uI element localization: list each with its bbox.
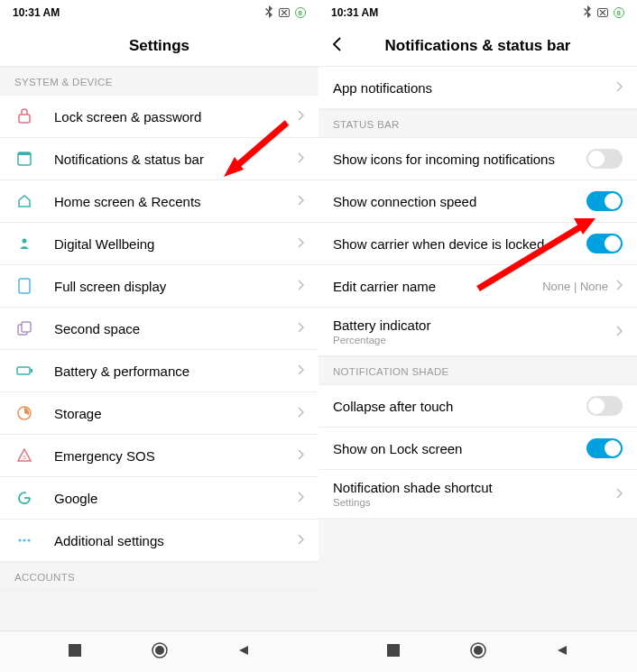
row-label: Storage (54, 406, 297, 421)
svg-rect-7 (17, 367, 30, 374)
nav-recents[interactable] (69, 644, 81, 660)
row-label: Lock screen & password (54, 109, 297, 124)
toggle-collapse-touch[interactable] (586, 396, 623, 416)
section-system-device: SYSTEM & DEVICE (0, 67, 318, 96)
chevron-right-icon (297, 532, 304, 548)
navbar (318, 631, 637, 672)
svg-point-3 (23, 239, 27, 244)
section-status-bar: STATUS BAR (318, 109, 637, 138)
fullscreen-icon (14, 278, 34, 294)
row-notifications-statusbar[interactable]: Notifications & status bar (0, 138, 318, 180)
svg-text:S: S (23, 455, 26, 460)
row-sublabel: Percentage (333, 335, 615, 345)
home-icon (14, 194, 34, 208)
toggle-connection-speed[interactable] (586, 191, 623, 211)
back-button[interactable] (331, 36, 342, 56)
no-sim-icon (279, 8, 290, 17)
more-icon (14, 538, 34, 543)
battery-icon: 8 (614, 7, 624, 18)
lock-icon (14, 108, 34, 124)
toggle-carrier-locked[interactable] (586, 234, 623, 253)
row-label: Full screen display (54, 279, 297, 294)
row-app-notifications[interactable]: App notifications (318, 67, 637, 109)
row-home-screen[interactable]: Home screen & Recents (0, 180, 318, 223)
chevron-right-icon (297, 320, 304, 336)
svg-point-19 (474, 646, 483, 655)
row-label: Collapse after touch (333, 399, 586, 414)
row-edit-carrier[interactable]: Edit carrier name None | None (318, 265, 637, 308)
toggle-show-incoming[interactable] (586, 149, 623, 169)
svg-rect-4 (19, 279, 30, 293)
nav-back[interactable] (237, 644, 250, 660)
svg-point-12 (23, 539, 26, 542)
nav-home[interactable] (151, 641, 169, 663)
svg-rect-14 (69, 644, 81, 657)
section-notification-shade: NOTIFICATION SHADE (318, 356, 637, 385)
chevron-right-icon (615, 278, 623, 294)
row-label: Battery indicator (333, 318, 615, 333)
svg-point-11 (19, 539, 22, 542)
wellbeing-icon (14, 236, 34, 251)
row-label: Notification shade shortcut (333, 480, 615, 495)
page-title: Notifications & status bar (385, 37, 571, 55)
notifications-screen: 10:31 AM 8 Notifications & status bar Ap… (318, 0, 637, 672)
page-title: Settings (129, 37, 189, 55)
row-label: Digital Wellbeing (54, 236, 297, 252)
row-google[interactable]: Google (0, 477, 318, 520)
row-label: App notifications (333, 80, 615, 96)
row-shade-shortcut[interactable]: Notification shade shortcut Settings (318, 470, 637, 519)
emergency-icon: S (14, 448, 34, 463)
chevron-right-icon (615, 324, 623, 340)
row-label: Additional settings (54, 533, 297, 548)
section-accounts: ACCOUNTS (0, 562, 318, 591)
chevron-right-icon (297, 151, 304, 167)
chevron-right-icon (297, 278, 304, 294)
row-collapse-touch[interactable]: Collapse after touch (318, 385, 637, 428)
notifications-content[interactable]: App notifications STATUS BAR Show icons … (318, 67, 637, 631)
nav-home[interactable] (469, 641, 487, 663)
row-show-incoming-icons[interactable]: Show icons for incoming notifications (318, 138, 637, 180)
row-label: Show on Lock screen (333, 441, 586, 456)
svg-point-13 (28, 539, 31, 542)
chevron-right-icon (297, 363, 304, 379)
row-label: Second space (54, 321, 297, 336)
chevron-right-icon (297, 108, 304, 124)
chevron-right-icon (297, 193, 304, 209)
header: Settings (0, 25, 318, 67)
notification-bar-icon (14, 152, 34, 166)
row-second-space[interactable]: Second space (0, 308, 318, 350)
settings-content[interactable]: SYSTEM & DEVICE Lock screen & password N… (0, 67, 318, 631)
row-digital-wellbeing[interactable]: Digital Wellbeing (0, 223, 318, 265)
row-value: None | None (542, 280, 608, 293)
google-icon (14, 491, 34, 505)
no-sim-icon (597, 8, 608, 17)
row-label: Show connection speed (333, 194, 586, 209)
toggle-show-lock[interactable] (586, 438, 623, 458)
row-full-screen[interactable]: Full screen display (0, 265, 318, 308)
statusbar: 10:31 AM 8 (318, 0, 637, 25)
status-icons: 8 (583, 5, 624, 21)
row-label: Battery & performance (54, 364, 297, 379)
row-additional-settings[interactable]: Additional settings (0, 520, 318, 562)
chevron-right-icon (297, 447, 304, 464)
row-show-lock-screen[interactable]: Show on Lock screen (318, 428, 637, 470)
status-time: 10:31 AM (331, 6, 378, 19)
nav-recents[interactable] (387, 644, 400, 660)
row-label: Edit carrier name (333, 279, 542, 294)
bluetooth-icon (583, 5, 592, 21)
row-lock-screen[interactable]: Lock screen & password (0, 96, 318, 138)
nav-back[interactable] (556, 644, 568, 660)
row-emergency-sos[interactable]: S Emergency SOS (0, 435, 318, 477)
row-show-carrier-locked[interactable]: Show carrier when device is locked (318, 223, 637, 265)
chevron-right-icon (297, 235, 304, 252)
row-battery[interactable]: Battery & performance (0, 350, 318, 392)
svg-rect-6 (22, 322, 31, 332)
battery-icon (14, 365, 34, 376)
row-battery-indicator[interactable]: Battery indicator Percentage (318, 308, 637, 356)
row-show-connection-speed[interactable]: Show connection speed (318, 180, 637, 223)
status-icons: 8 (264, 5, 306, 21)
row-storage[interactable]: Storage (0, 392, 318, 435)
battery-icon: 8 (295, 7, 306, 18)
row-label: Home screen & Recents (54, 194, 297, 209)
row-label: Show icons for incoming notifications (333, 152, 586, 167)
